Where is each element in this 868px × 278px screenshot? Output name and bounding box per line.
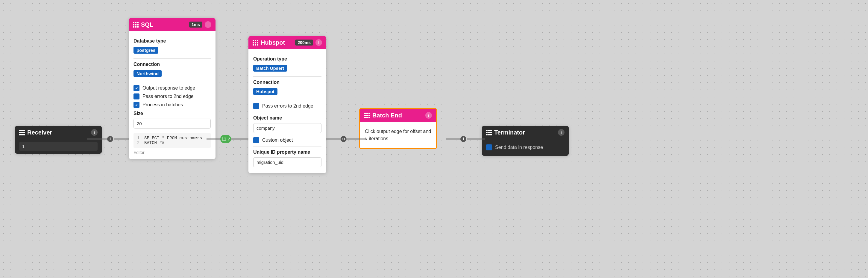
hubspot-title: Hubspot [261,39,293,46]
batch-end-info-icon[interactable]: i [425,112,432,119]
batch-end-message: Click output edge for offset and # itera… [365,126,431,144]
hubspot-timing: 200ms [295,39,313,46]
code-block: 1 SELECT * FROM customers 2 BATCH ## [133,133,211,148]
hubspot-grid-icon [253,40,258,46]
process-batches-row: ✓ Process in batches [133,102,211,108]
hub-connection-value[interactable]: Hubspot [253,88,277,95]
sql-info-icon[interactable]: i [205,21,211,28]
terminator-header: Terminator i [482,126,569,139]
operation-type-value[interactable]: Batch Upsert [253,65,287,72]
hubspot-info-icon[interactable]: i [315,39,322,46]
batch-end-body: Click output edge for offset and # itera… [360,122,436,148]
output-edge-label: Output response to edge [143,85,195,91]
pass-errors-row: Pass errors to 2nd edge [133,93,211,100]
sql-header: SQL 1ms i [129,18,216,31]
batch-end-header: Batch End i [360,109,436,122]
pass-errors-label: Pass errors to 2nd edge [143,94,194,99]
custom-object-row: Custom object [253,137,321,143]
send-data-checkbox[interactable] [486,144,492,150]
code-line-2: BATCH ## [144,140,164,145]
output-edge-checkbox[interactable]: ✓ [133,85,140,91]
hub-pass-errors-row: Pass errors to 2nd edge [253,103,321,109]
grid-icon [19,130,25,135]
hub-connection-label: Connection [253,80,321,85]
hub-pass-errors-label: Pass errors to 2nd edge [262,103,313,109]
terminator-title: Terminator [494,129,556,136]
output-edge-row: ✓ Output response to edge [133,85,211,91]
custom-object-label: Custom object [262,138,293,143]
unique-id-input[interactable] [253,157,321,167]
pass-errors-checkbox[interactable] [133,93,140,100]
batch-end-grid-icon [364,113,370,118]
connector-1-left[interactable]: 1 [107,136,113,142]
receiver-title: Receiver [27,129,89,136]
terminator-node: Terminator i Send data in response [482,126,569,156]
send-data-label: Send data in response [495,145,543,150]
process-batches-label: Process in batches [143,102,183,108]
hubspot-node: Hubspot 200ms i Operation type Batch Ups… [248,36,326,173]
connector-1-right[interactable]: 1 [460,136,466,142]
object-name-label: Object name [253,115,321,121]
editor-label: Editor [133,150,211,155]
receiver-input[interactable] [19,142,98,151]
receiver-info-icon[interactable]: i [91,129,98,136]
hubspot-body: Operation type Batch Upsert Connection H… [248,49,326,173]
sql-node: SQL 1ms i Database type postgres Connect… [129,18,216,159]
sql-body: Database type postgres Connection Northw… [129,31,216,159]
process-batches-checkbox[interactable]: ✓ [133,102,140,108]
size-label: Size [133,111,211,116]
size-input[interactable] [133,119,211,129]
code-line-1: SELECT * FROM customers [144,136,202,140]
terminator-grid-icon [486,130,492,135]
receiver-header: Receiver i [15,126,102,139]
database-type-label: Database type [133,38,211,44]
batch-end-title: Batch End [372,112,423,119]
operation-type-label: Operation type [253,56,321,62]
hubspot-header: Hubspot 200ms i [248,36,326,49]
receiver-node: Receiver i [15,126,102,154]
custom-object-checkbox[interactable] [253,137,259,143]
database-type-value[interactable]: postgres [133,47,158,54]
sql-title: SQL [141,21,187,28]
connector-11-left[interactable]: 11 ⑂ [220,135,231,143]
connection-label: Connection [133,62,211,67]
unique-id-label: Unique ID property name [253,149,321,155]
connection-value[interactable]: Northwind [133,70,162,77]
object-name-input[interactable] [253,123,321,133]
hub-pass-errors-checkbox[interactable] [253,103,259,109]
send-data-row: Send data in response [486,144,564,150]
sql-grid-icon [133,22,138,28]
connector-11-right[interactable]: 11 [341,136,347,142]
batch-end-node: Batch End i Click output edge for offset… [359,108,437,149]
sql-timing: 1ms [189,22,202,28]
terminator-info-icon[interactable]: i [558,129,564,136]
